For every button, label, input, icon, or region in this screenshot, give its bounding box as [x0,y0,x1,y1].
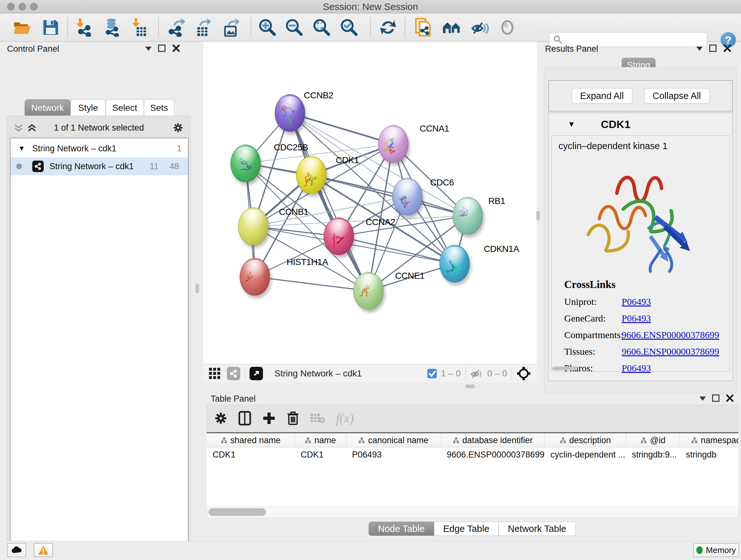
gene-card-header[interactable]: ▼ CDK1 [549,113,732,135]
control-panel-menu-icon[interactable] [145,47,151,51]
node-table[interactable]: shared namenamecanonical namedatabase id… [207,432,738,506]
column-header-name[interactable]: name [295,433,346,447]
crosslink-link[interactable]: 9606.ENSP00000378699 [622,346,719,357]
collection-expand-icon[interactable]: ▼ [18,144,25,152]
open-in-window-icon[interactable] [250,367,263,380]
zoom-fit-button[interactable] [311,17,332,38]
column-header-canonical-name[interactable]: canonical name [346,433,441,447]
network-node-ccnb2[interactable] [275,94,305,132]
network-node-ccne1[interactable] [353,272,384,310]
table-cell[interactable]: 9606.ENSP00000378699 [441,447,545,462]
tab-network[interactable]: Network [24,99,71,116]
network-view-canvas[interactable]: CCNB2CCNA1CDC25BCDK1CDC6RB1CCNB1CCNA2CDK… [203,42,537,364]
table-row[interactable]: CDK1CDK1P064939606.ENSP00000378699cyclin… [207,447,738,462]
results-panel-close-icon[interactable] [723,44,731,52]
network-edge[interactable] [290,113,393,144]
memory-button[interactable]: Memory [693,543,739,557]
network-node-rb1[interactable] [453,197,483,235]
results-panel-menu-icon[interactable] [696,47,703,51]
column-header-description[interactable]: description [545,433,626,447]
zoom-in-button[interactable] [257,17,278,38]
copy-document-share-icon [415,18,431,37]
tab-edge-table[interactable]: Edge Table [434,522,499,536]
import-network-button[interactable] [73,17,94,38]
save-session-button[interactable] [40,17,61,38]
show-eye-button[interactable] [497,17,518,38]
trash-icon[interactable] [287,411,299,426]
selected-checkbox-icon[interactable] [427,368,437,379]
table-horizontal-scrollbar[interactable] [207,506,738,518]
scrollbar-thumb[interactable] [208,508,266,516]
show-columns-icon[interactable] [239,411,251,426]
control-panel-close-icon[interactable] [172,44,180,52]
network-node-ccnb1[interactable] [238,207,268,245]
left-splitter-handle[interactable] [195,284,199,293]
horizontal-splitter-handle[interactable] [465,384,475,388]
zoom-out-button[interactable] [284,17,305,38]
gear-icon[interactable] [173,122,184,133]
copy-network-button[interactable] [413,17,434,38]
table-cell[interactable]: stringdb [680,447,738,462]
table-cell[interactable]: CDK1 [207,447,295,462]
home-layout-button[interactable] [441,17,462,38]
table-cell[interactable]: cyclin-dependent ... [545,447,626,462]
string-results-body: Expand All Collapse All ▼ CDK1 cyclin–de… [544,67,737,393]
table-panel-float-icon[interactable] [712,394,720,402]
network-node-cdc25b[interactable] [230,145,261,182]
fit-selection-crosshair-icon[interactable] [516,366,531,381]
crosslink-link[interactable]: 9606.ENSP00000378699 [622,329,719,340]
hide-unhide-button[interactable] [470,17,491,38]
crosslink-link[interactable]: P06493 [622,313,651,324]
cloud-status-button[interactable] [7,543,26,557]
export-network-button[interactable] [165,17,187,38]
crosslink-label: Compartments: [564,329,622,340]
control-panel-float-icon[interactable] [158,44,166,52]
import-network-from-database-button[interactable] [101,17,122,38]
tab-network-table[interactable]: Network Table [498,522,576,536]
network-node-cdc6[interactable] [392,178,422,215]
collapse-all-button[interactable]: Collapse All [644,88,710,104]
gene-card-scrollbar[interactable] [552,367,578,370]
crosslink-link[interactable]: P06493 [622,363,651,374]
network-node-ccna1[interactable] [378,125,408,163]
grid-icon[interactable] [208,367,221,380]
table-panel-menu-icon[interactable] [699,396,706,401]
node-gloss [241,209,266,230]
results-panel-float-icon[interactable] [709,44,717,52]
expand-all-button[interactable]: Expand All [571,88,632,104]
gene-collapse-icon[interactable]: ▼ [568,120,576,129]
network-overview-icon[interactable] [227,367,240,380]
network-row-selected[interactable]: String Network – cdk1 11 48 [10,158,188,175]
column-header--id[interactable]: @id [626,433,680,447]
network-edge[interactable] [339,236,455,264]
table-cell[interactable]: stringdb:9... [626,447,680,462]
zoom-selected-button[interactable] [339,17,360,38]
column-header-shared-name[interactable]: shared name [207,433,295,447]
warnings-button[interactable] [34,543,53,557]
network-node-ccna2[interactable] [324,217,354,255]
tab-sets[interactable]: Sets [144,99,174,116]
network-node-hist1h1a[interactable] [240,258,270,296]
table-cell[interactable]: P06493 [346,447,441,462]
network-edge[interactable] [255,277,368,291]
column-header-namespace[interactable]: namespace [680,433,738,447]
import-table-button[interactable] [129,17,150,38]
export-table-button[interactable] [192,17,212,38]
crosslink-link[interactable]: P06493 [622,296,651,307]
export-image-button[interactable] [220,17,241,38]
tab-style[interactable]: Style [71,99,106,116]
table-panel-close-icon[interactable] [726,394,734,402]
tab-select[interactable]: Select [106,99,144,116]
column-header-database-identifier[interactable]: database identifier [441,433,545,447]
network-node-cdkn1a[interactable] [440,245,470,283]
refresh-view-button[interactable] [378,17,399,38]
network-collection-row[interactable]: ▼ String Network – cdk1 1 [10,139,188,158]
right-splitter-handle[interactable] [536,211,540,220]
hidden-eye-icon[interactable] [470,368,484,379]
tab-node-table[interactable]: Node Table [368,522,434,536]
open-session-button[interactable] [12,17,33,38]
gear-icon[interactable] [214,412,227,425]
table-cell[interactable]: CDK1 [295,447,346,462]
add-icon[interactable] [262,411,276,425]
network-node-cdk1[interactable] [296,156,327,194]
